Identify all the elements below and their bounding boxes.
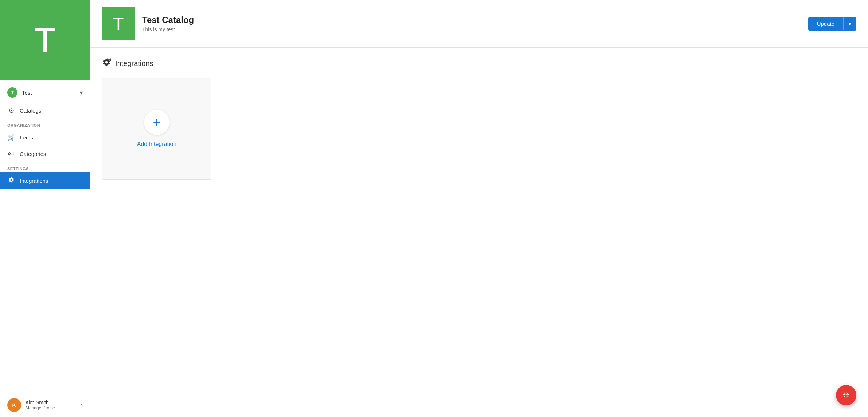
section-label-settings: SETTINGS <box>0 162 90 172</box>
sidebar: T T Test ▾ ⊙ Catalogs ORGANIZATION 🛒 Ite… <box>0 0 90 417</box>
catalog-icon: T <box>102 7 135 40</box>
sidebar-item-items[interactable]: 🛒 Items <box>0 129 90 146</box>
gear-icon <box>7 177 15 185</box>
main-content: T Test Catalog This is my test Update ▾ … <box>90 0 868 417</box>
integrations-gear-icon <box>102 58 111 69</box>
footer-user-info: Kim Smith Manage Profile <box>26 400 77 410</box>
sidebar-item-label: Catalogs <box>20 107 41 114</box>
back-circle-icon: ⊙ <box>7 106 15 114</box>
workspace-name: Test <box>22 90 75 96</box>
update-dropdown-caret-icon[interactable]: ▾ <box>843 17 856 30</box>
add-integration-label: Add Integration <box>137 141 177 147</box>
update-button-label: Update <box>808 17 843 31</box>
footer-manage-profile-link[interactable]: Manage Profile <box>26 405 77 410</box>
catalog-info: Test Catalog This is my test <box>142 15 801 32</box>
sidebar-item-integrations[interactable]: Integrations <box>0 172 90 189</box>
section-label-organization: ORGANIZATION <box>0 119 90 129</box>
sidebar-item-label: Categories <box>20 151 46 157</box>
update-button[interactable]: Update ▾ <box>808 17 856 31</box>
footer-user-name: Kim Smith <box>26 400 77 405</box>
sidebar-item-catalogs[interactable]: ⊙ Catalogs <box>0 102 90 119</box>
sidebar-item-categories[interactable]: 🏷 Categories <box>0 146 90 162</box>
chevron-down-icon: ▾ <box>80 89 83 96</box>
integrations-cards-grid: + Add Integration <box>102 78 856 180</box>
fab-icon: ❊ <box>843 390 849 400</box>
sidebar-logo: T <box>0 0 90 80</box>
plus-icon: + <box>153 116 160 129</box>
cart-icon: 🛒 <box>7 133 15 141</box>
content-area: Integrations + Add Integration <box>90 48 868 417</box>
add-integration-circle: + <box>144 110 170 135</box>
integrations-section-header: Integrations <box>102 58 856 69</box>
sidebar-footer[interactable]: K Kim Smith Manage Profile › <box>0 393 90 417</box>
workspace-badge: T <box>7 87 17 98</box>
tag-icon: 🏷 <box>7 150 15 158</box>
sidebar-item-label: Items <box>20 134 33 141</box>
chevron-right-icon: › <box>81 402 83 408</box>
integrations-section-title: Integrations <box>115 59 153 68</box>
catalog-description: This is my test <box>142 27 801 32</box>
add-integration-card[interactable]: + Add Integration <box>102 78 211 180</box>
sidebar-logo-letter: T <box>34 20 56 60</box>
fab-button[interactable]: ❊ <box>836 385 856 405</box>
sidebar-item-label: Integrations <box>20 178 48 184</box>
catalog-name: Test Catalog <box>142 15 801 25</box>
avatar: K <box>7 398 21 412</box>
sidebar-nav: T Test ▾ ⊙ Catalogs ORGANIZATION 🛒 Items… <box>0 80 90 393</box>
catalog-header: T Test Catalog This is my test Update ▾ <box>90 0 868 48</box>
catalog-icon-letter: T <box>113 14 124 34</box>
sidebar-workspace[interactable]: T Test ▾ <box>0 83 90 102</box>
